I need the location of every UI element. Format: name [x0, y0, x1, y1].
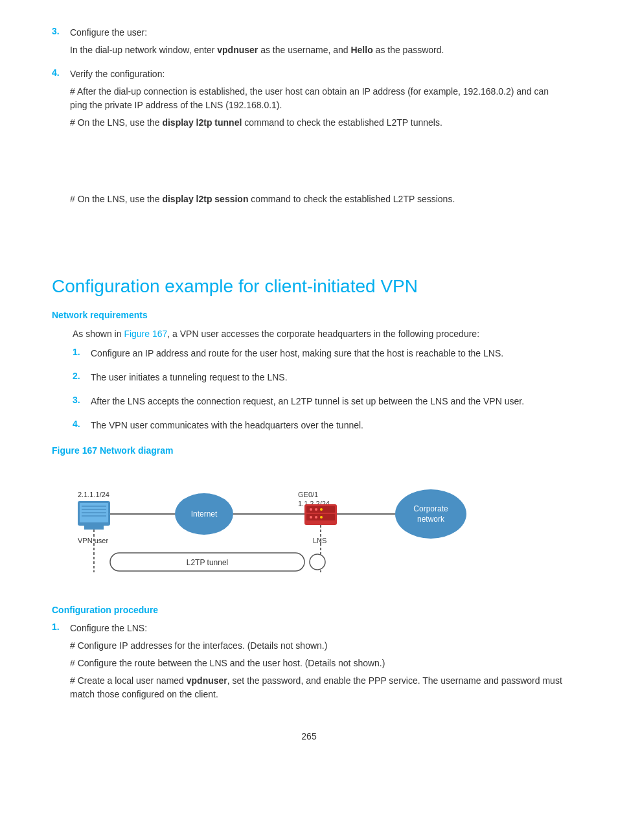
figure-label: Figure 167 Network diagram	[52, 445, 566, 456]
net-step-1-content: Configure an IP address and route for th…	[91, 347, 566, 364]
network-req-steps: 1. Configure an IP address and route for…	[73, 347, 566, 436]
net-step-2-content: The user initiates a tunneling request t…	[91, 371, 566, 388]
display-l2tp-tunnel: display l2tp tunnel	[162, 117, 242, 128]
net-step-3-num: 3.	[73, 395, 91, 412]
config-step-1-num: 1.	[52, 622, 70, 705]
lns-dot1	[310, 508, 312, 511]
l2tp-tunnel-label: L2TP tunnel	[187, 558, 229, 567]
net-step-4: 4. The VPN user communicates with the he…	[73, 419, 566, 436]
config-step-1-detail-1: # Configure IP addresses for the interfa…	[70, 639, 566, 653]
step-4-num: 4.	[52, 67, 70, 134]
net-step-1-num: 1.	[73, 347, 91, 364]
config-steps: 1. Configure the LNS: # Configure IP add…	[52, 622, 566, 705]
net-step-3-content: After the LNS accepts the connection req…	[91, 395, 566, 412]
step-4: 4. Verify the configuration: # After the…	[52, 67, 566, 134]
vpdnuser-text: vpdnuser	[217, 45, 258, 55]
lns-dot5	[315, 516, 317, 519]
net-step-3-text: After the LNS accepts the connection req…	[91, 395, 566, 408]
net-step-4-num: 4.	[73, 419, 91, 436]
vpdnuser-config: vpdnuser	[187, 675, 227, 686]
lns-dot2	[315, 508, 317, 511]
step-4-title: Verify the configuration:	[70, 67, 566, 81]
net-step-2-text: The user initiates a tunneling request t…	[91, 371, 566, 384]
net-step-2: 2. The user initiates a tunneling reques…	[73, 371, 566, 388]
net-step-1: 1. Configure an IP address and route for…	[73, 347, 566, 364]
net-step-3: 3. After the LNS accepts the connection …	[73, 395, 566, 412]
step-4-content: Verify the configuration: # After the di…	[70, 67, 566, 134]
vpn-user-label: VPN user	[78, 537, 108, 544]
lns-dot3	[320, 508, 323, 511]
config-step-1-detail-2: # Configure the route between the LNS an…	[70, 657, 566, 670]
config-step-1: 1. Configure the LNS: # Configure IP add…	[52, 622, 566, 705]
step-3-title: Configure the user:	[70, 26, 566, 40]
network-requirements-intro: As shown in Figure 167, a VPN user acces…	[73, 327, 566, 341]
step-4-detail-1: # After the dial-up connection is establ…	[70, 85, 566, 112]
vpn-user-stand	[84, 526, 104, 530]
config-step-1-content: Configure the LNS: # Configure IP addres…	[70, 622, 566, 705]
corporate-network-icon	[395, 489, 466, 539]
lns-dot6	[320, 516, 323, 519]
tunnel-endpoint-circle	[310, 554, 325, 570]
page-number: 265	[52, 731, 566, 741]
internet-label: Internet	[191, 509, 218, 519]
step-4-detail-2: # On the LNS, use the display l2tp tunne…	[70, 116, 566, 130]
step-3-content: Configure the user: In the dial-up netwo…	[70, 26, 566, 61]
net-step-1-text: Configure an IP address and route for th…	[91, 347, 566, 360]
lns-dot4	[310, 516, 312, 519]
session-note: # On the LNS, use the display l2tp sessi…	[70, 192, 566, 206]
display-l2tp-session: display l2tp session	[162, 194, 248, 204]
net-step-2-num: 2.	[73, 371, 91, 388]
step-3-num: 3.	[52, 26, 70, 61]
hello-text: Hello	[350, 45, 372, 55]
network-requirements-heading: Network requirements	[52, 310, 566, 320]
lns-label: LNS	[313, 537, 326, 544]
step-3: 3. Configure the user: In the dial-up ne…	[52, 26, 566, 61]
net-step-4-text: The VPN user communicates with the headq…	[91, 419, 566, 432]
network-diagram: 2.1.1.1/24 VPN user Internet GE0/1 1.1.2…	[52, 462, 566, 592]
diagram-svg: 2.1.1.1/24 VPN user Internet GE0/1 1.1.2…	[58, 469, 512, 585]
corporate-label-line1: Corporate	[413, 504, 448, 513]
vpn-ip-label: 2.1.1.1/24	[78, 491, 109, 498]
figure-167-link[interactable]: Figure 167	[124, 329, 167, 339]
net-step-4-content: The VPN user communicates with the headq…	[91, 419, 566, 436]
config-step-1-detail-3: # Create a local user named vpdnuser, se…	[70, 674, 566, 701]
config-step-1-title: Configure the LNS:	[70, 622, 566, 635]
config-procedure-heading: Configuration procedure	[52, 605, 566, 615]
corporate-label-line2: network	[417, 515, 445, 524]
top-steps: 3. Configure the user: In the dial-up ne…	[52, 26, 566, 134]
step-3-detail-1: In the dial-up network window, enter vpd…	[70, 43, 566, 57]
geo1-label: GE0/1	[298, 491, 318, 498]
section-title: Configuration example for client-initiat…	[52, 276, 566, 297]
